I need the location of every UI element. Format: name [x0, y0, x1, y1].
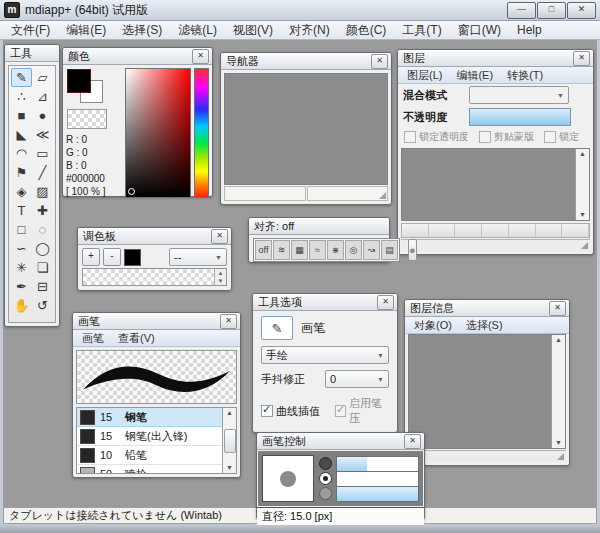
slider-track[interactable] [336, 456, 419, 472]
brush-menu-item[interactable]: 查看(V) [111, 331, 162, 346]
layer-buttons-row[interactable] [401, 223, 590, 238]
lock-layer-checkbox[interactable]: ✓ 锁定 [544, 130, 579, 144]
pressure-knob[interactable] [319, 487, 332, 500]
paint-brush-tool-button[interactable]: ◣ [11, 125, 32, 144]
measure-tool-button[interactable]: ⊟ [32, 277, 53, 296]
snap-grid-button[interactable]: ▦ [291, 240, 308, 260]
brush-list-scrollbar[interactable]: ▲ ▼ [222, 408, 236, 473]
layer-info-menu-item[interactable]: 选择(S) [459, 318, 510, 333]
stabilizer-dropdown[interactable]: 0 ▼ [325, 370, 389, 388]
draw-mode-dropdown[interactable]: 手绘 ▼ [261, 346, 389, 364]
tone-tool-button[interactable]: ⊿ [32, 87, 53, 106]
close-icon[interactable]: ✕ [220, 314, 237, 329]
palette-swatch-area[interactable]: ▲ ▼ [82, 268, 227, 286]
magic-wand-tool-button[interactable]: ✳ [11, 258, 32, 277]
palette-current-swatch[interactable] [124, 249, 141, 266]
eyedropper-tool-button[interactable]: ✒ [11, 277, 32, 296]
menu-item[interactable]: 颜色(C) [338, 21, 395, 39]
lock-transparency-checkbox[interactable]: ✓ 锁定透明度 [404, 130, 469, 144]
object-move-tool-button[interactable]: ✚ [32, 201, 53, 220]
resize-grip[interactable] [379, 192, 386, 199]
navigator-zoom-field[interactable] [224, 186, 306, 201]
layer-info-panel-titlebar[interactable]: 图层信息 ✕ [405, 300, 569, 317]
tools-panel-titlebar[interactable]: 工具 [5, 45, 59, 62]
curve-interpolation-checkbox[interactable]: ✓ 曲线插值 [261, 396, 335, 426]
layers-menu-item[interactable]: 编辑(E) [449, 68, 500, 83]
rotate-view-tool-button[interactable]: ↺ [32, 296, 53, 315]
scroll-up-icon[interactable]: ▲ [218, 270, 224, 276]
scroll-down-icon[interactable]: ▼ [579, 211, 586, 219]
minimize-button[interactable]: — [507, 2, 536, 19]
brush-menu-item[interactable]: 画笔 [75, 331, 111, 346]
pressure-size-slider[interactable] [319, 456, 419, 471]
palette-set-dropdown[interactable]: -- ▼ [169, 248, 227, 266]
brush-panel-titlebar[interactable]: 画笔 ✕ [73, 313, 240, 330]
rect-select-tool-button[interactable]: □ [11, 220, 32, 239]
round-brush-tool-button[interactable]: ● [32, 106, 53, 125]
menu-item[interactable]: 编辑(E) [58, 21, 114, 39]
menu-item[interactable]: 工具(T) [394, 21, 449, 39]
snap-off-button[interactable]: off [255, 240, 272, 260]
tool-options-panel-titlebar[interactable]: 工具选项 ✕ [253, 294, 397, 311]
menu-item[interactable]: 选择(S) [114, 21, 170, 39]
menu-item[interactable]: 视图(V) [225, 21, 281, 39]
snap-concentric-button[interactable]: ◎ [345, 240, 362, 260]
close-icon[interactable]: ✕ [192, 49, 209, 64]
brush-list-item[interactable]: 50 喷枪 [77, 465, 222, 473]
palette-add-button[interactable]: + [82, 248, 100, 266]
snap-custom-button[interactable]: ● [408, 239, 417, 261]
ellipse-select-tool-button[interactable]: ◌ [32, 220, 53, 239]
brush-control-panel-titlebar[interactable]: 画笔控制 ✕ [257, 433, 424, 450]
resize-grip[interactable] [557, 453, 564, 460]
resize-grip[interactable] [581, 242, 588, 249]
hand-tool-button[interactable]: ✋ [11, 296, 32, 315]
snap-horizontal-button[interactable]: ≈ [309, 240, 326, 260]
saturation-value-picker[interactable] [125, 68, 191, 198]
navigator-angle-field[interactable] [307, 186, 389, 201]
snap-curve-button[interactable]: ↝ [363, 240, 380, 260]
text-tool-button[interactable]: T [11, 201, 32, 220]
close-icon[interactable]: ✕ [549, 301, 566, 316]
slider-track[interactable] [336, 486, 419, 502]
brush-list-item[interactable]: 15 钢笔(出入锋) [77, 427, 222, 446]
close-icon[interactable]: ✕ [371, 54, 388, 69]
scroll-down-icon[interactable]: ▼ [218, 278, 224, 284]
rectangle-tool-button[interactable]: ▭ [32, 144, 53, 163]
palette-remove-button[interactable]: - [103, 248, 121, 266]
menu-item[interactable]: 滤镜(L) [170, 21, 225, 39]
scrollbar-thumb[interactable] [224, 429, 236, 453]
free-select-tool-button[interactable]: ◯ [32, 239, 53, 258]
maximize-button[interactable]: □ [537, 2, 566, 19]
layer-info-list[interactable]: ▲ ▼ [408, 334, 566, 449]
pressure-knob[interactable] [319, 472, 332, 485]
closed-curve-tool-button[interactable]: ◠ [11, 144, 32, 163]
marker-tool-button[interactable]: ■ [11, 106, 32, 125]
foreground-color-swatch[interactable] [67, 69, 91, 93]
close-icon[interactable]: ✕ [377, 295, 394, 310]
line-tool-button[interactable]: ╱ [32, 163, 53, 182]
hue-slider[interactable] [194, 68, 209, 198]
slider-track[interactable] [336, 471, 419, 487]
menu-item[interactable]: 窗口(W) [450, 21, 509, 39]
snap-panel-titlebar[interactable]: 对齐: off [249, 218, 389, 235]
palette-panel-titlebar[interactable]: 调色板 ✕ [78, 228, 231, 245]
scroll-up-icon[interactable]: ▲ [579, 150, 586, 158]
scratch-tool-button[interactable]: ≪ [32, 125, 53, 144]
pen-tool-button[interactable]: ✎ [11, 68, 32, 87]
path-pen-tool-button[interactable]: ⚑ [11, 163, 32, 182]
pressure-opacity-slider[interactable] [319, 471, 419, 486]
scroll-up-icon[interactable]: ▲ [226, 409, 233, 417]
close-icon[interactable]: ✕ [404, 434, 421, 449]
navigator-canvas[interactable] [224, 73, 388, 185]
brush-list-item[interactable]: 10 铅笔 [77, 446, 222, 465]
move-select-tool-button[interactable]: ❏ [32, 258, 53, 277]
close-icon[interactable]: ✕ [211, 229, 228, 244]
binary-pen-tool-button[interactable]: ∴ [11, 87, 32, 106]
navigator-panel-titlebar[interactable]: 导航器 ✕ [221, 53, 391, 70]
snap-parallel-lines-button[interactable]: ≋ [273, 240, 290, 260]
layer-list-scrollbar[interactable]: ▲ ▼ [575, 149, 589, 220]
clipping-mask-checkbox[interactable]: ✓ 剪贴蒙版 [479, 130, 534, 144]
menu-item[interactable]: 文件(F) [3, 21, 58, 39]
scroll-down-icon[interactable]: ▼ [226, 464, 233, 472]
opacity-slider[interactable] [469, 108, 571, 126]
